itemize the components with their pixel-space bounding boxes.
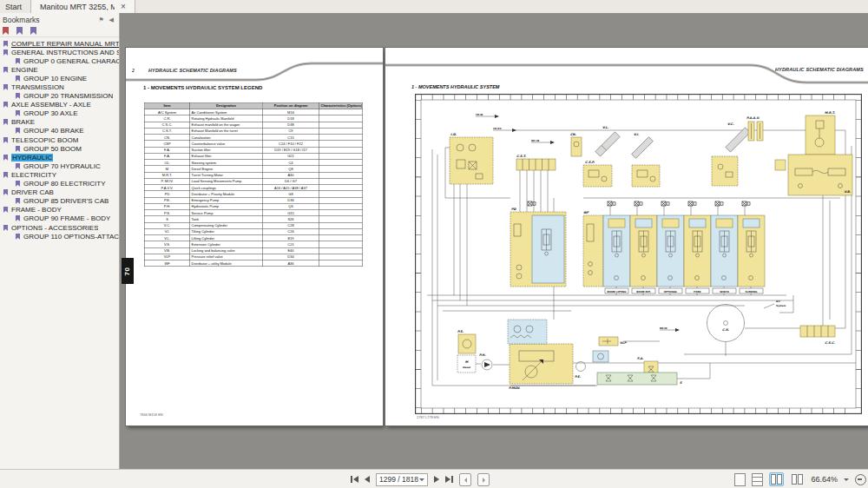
svg-text:BOOM LIFTING: BOOM LIFTING (607, 290, 626, 293)
hydraulic-schematic: CR.IN CR.OU WC.IN RH.IN I.D. C.S.T. (415, 94, 862, 414)
component-pmov-pump: P.MOV. (509, 344, 573, 390)
bookmark-item[interactable]: GROUP 10 ENGINE (0, 74, 119, 82)
tab-document[interactable]: Manitou MRT 3255, MR... × (30, 0, 135, 13)
valve-section-slewing: SLEWING (738, 201, 765, 293)
bookmark-tool-icon[interactable] (3, 27, 9, 35)
cell-item: V.S. (144, 241, 190, 247)
cell-item: V.B. (144, 247, 190, 254)
previous-page-button[interactable] (365, 476, 370, 483)
cell-position: C26 (262, 228, 319, 234)
document-canvas[interactable]: 70 2 HYDRAULIC SCHEMATIC DIAGRAMS 1 - MO… (120, 13, 868, 469)
bookmark-item[interactable]: GROUP 30 AXLE (0, 109, 119, 118)
svg-text:V.B.: V.B. (844, 190, 851, 194)
cell-designation: Canalization (190, 135, 263, 141)
cell-designation: Lifting Cylinder (190, 235, 263, 241)
bookmark-item[interactable]: GENERAL INSTRUCTIONS AND SAFETY (0, 48, 119, 56)
last-page-button[interactable] (445, 476, 453, 483)
footer-doc-code: 7846 M158 EN (140, 412, 163, 417)
two-page-view-button[interactable] (769, 472, 784, 486)
table-row: P. MOV. Load Sensing Movements Pump D6 /… (144, 178, 362, 184)
svg-text:S: S (680, 381, 682, 385)
bookmark-label: BRAKE (11, 118, 35, 126)
cell-designation: Quick couplings (190, 185, 263, 191)
bookmark-item[interactable]: GROUP 90 FRAME - BODY (0, 214, 119, 223)
col-designation: Designation (190, 102, 263, 109)
bookmark-item[interactable]: AXLE ASSEMBLY - AXLE (0, 101, 119, 109)
cell-characteristics (319, 166, 363, 172)
bookmark-item[interactable]: ENGINE (0, 65, 119, 74)
component-diesel-engine: M diesel (457, 355, 476, 373)
bookmark-label: GROUP 85 DRIVER'S CAB (23, 197, 108, 205)
previous-view-button[interactable] (459, 473, 471, 486)
component-cr-rotating-manifold: C.R. (707, 305, 745, 342)
bookmark-item[interactable]: FRAME - BODY (0, 206, 119, 214)
window-tab-bar: Start Manitou MRT 3255, MR... × (0, 0, 868, 14)
cell-item: M.R.T. (144, 172, 190, 178)
bookmark-item[interactable]: TRANSMISSION (0, 82, 119, 91)
next-page-button[interactable] (434, 476, 439, 483)
bookmark-icon (16, 93, 21, 99)
viewer-toolbar: 1299 / 1818 66.64% (0, 469, 868, 488)
cell-characteristics (319, 197, 363, 203)
bookmark-item[interactable]: GROUP 70 HYDRAULIC (0, 162, 119, 170)
cell-item: VLP (144, 254, 190, 260)
bookmark-item[interactable]: HYDRAULIC (0, 153, 119, 162)
cell-position: C24 / F10 / F22 (262, 141, 319, 147)
cell-designation: Compensating Cylinder (190, 222, 263, 228)
table-row: PD Distributor + Priority Module G8 (144, 191, 362, 197)
cell-characteristics (319, 178, 363, 184)
component-cn: CN. (570, 133, 582, 157)
bookmark-item[interactable]: GROUP 85 DRIVER'S CAB (0, 197, 119, 206)
bookmark-label: GROUP 90 FRAME - BODY (23, 214, 110, 222)
cell-item: C.R. (144, 115, 190, 122)
first-page-button[interactable] (351, 476, 358, 483)
new-bookmark-icon[interactable] (16, 27, 23, 35)
bookmark-item[interactable]: ELECTRICITY (0, 170, 119, 179)
bookmark-icon (16, 146, 21, 152)
bookmark-item[interactable]: GROUP 0 GENERAL CHARACTERISTICS (0, 56, 119, 65)
bookmark-item[interactable]: TELESCOPIC BOOM (0, 135, 119, 144)
next-view-button[interactable] (477, 473, 490, 486)
cell-position: Q6 (262, 203, 319, 209)
svg-text:WF: WF (583, 211, 589, 214)
bookmark-options-icon[interactable] (30, 27, 36, 35)
bookmark-item[interactable]: BRAKE (0, 118, 119, 127)
cell-item: P.E. (144, 197, 190, 203)
two-page-scroll-view-button[interactable] (790, 472, 805, 486)
cell-position: A36 (262, 260, 319, 267)
bookmark-icon (16, 181, 21, 187)
tab-start[interactable]: Start (0, 0, 30, 13)
close-tab-icon[interactable]: × (121, 3, 126, 10)
bookmark-item[interactable]: GROUP 20 TRANSMISSION (0, 92, 119, 101)
cell-characteristics (319, 135, 363, 141)
zoom-chevron-down-icon[interactable] (844, 478, 849, 484)
bookmark-icon (16, 58, 21, 64)
table-row: CN. Canalization C15 (144, 135, 362, 141)
zoom-out-button[interactable] (855, 474, 866, 485)
bookmark-item[interactable]: OPTIONS - ACCESSORIES (0, 223, 119, 232)
cell-designation: Exhaust manifold on the wagon (190, 122, 263, 128)
bookmark-icon (3, 224, 9, 230)
single-page-view-button[interactable] (734, 473, 746, 486)
component-vl-cylinder: V.L. (595, 126, 620, 156)
cell-position: G15 (262, 210, 319, 216)
cell-item: V.I. (144, 228, 190, 234)
component-pmov-regulator (508, 320, 547, 344)
bookmark-item[interactable]: GROUP 110 OPTIONS-ATTACHMENTS (0, 232, 119, 241)
bookmarks-toolbar (0, 25, 119, 37)
cell-designation: Distributor + Priority Module (190, 191, 263, 197)
zoom-level-value[interactable]: 66.64% (811, 475, 838, 484)
bookmark-icon (16, 110, 21, 116)
table-row: P.H. Hydrostatic Pump Q6 (144, 203, 362, 209)
cell-position: Q8 (262, 166, 319, 172)
bookmark-item[interactable]: GROUP 80 ELECTRICITY (0, 180, 119, 188)
continuous-view-button[interactable] (752, 473, 763, 486)
col-position: Position on diagram (262, 102, 319, 109)
page-number-input[interactable]: 1299 / 1818 (376, 473, 428, 486)
bookmark-item[interactable]: COMPLET REPAIR MANUAL MRT 3255 (0, 39, 119, 48)
bookmark-item[interactable]: GROUP 40 BRAKE (0, 127, 119, 135)
bookmark-item[interactable]: DRIVER CAB (0, 188, 119, 197)
cell-designation: Locking and balancing valve (190, 247, 263, 254)
panel-options-icons[interactable]: ⚑ ◀ (98, 16, 115, 23)
bookmark-item[interactable]: GROUP 50 BOOM (0, 144, 119, 153)
